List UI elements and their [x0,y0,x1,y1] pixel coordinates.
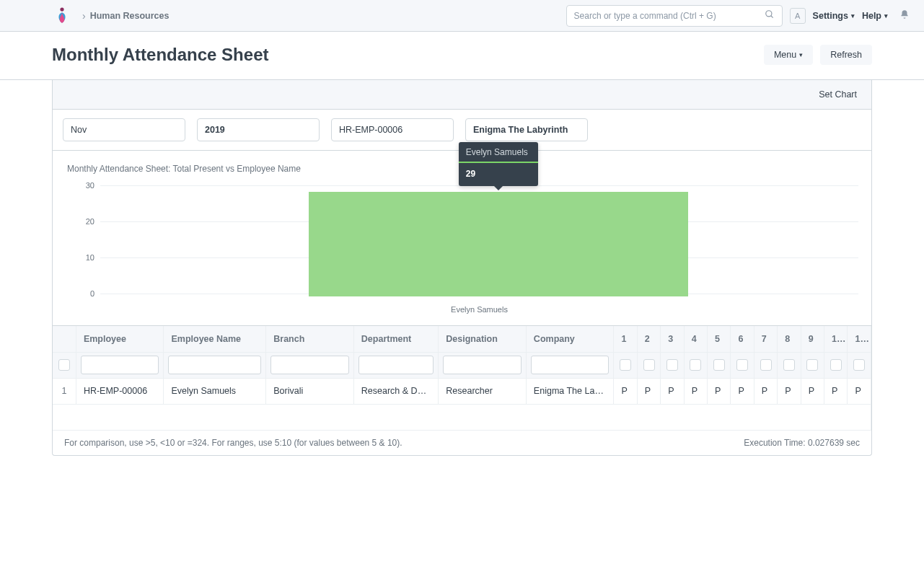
col-day[interactable]: 8 [778,326,801,352]
menu-label: Menu [774,50,796,60]
cell-day: P [708,378,731,404]
chart-toolbar: Set Chart [53,80,871,110]
search-input[interactable] [574,11,759,21]
chart-tooltip: Evelyn Samuels 29 [459,142,538,186]
filter-day-checkbox[interactable] [736,359,748,371]
filter-month[interactable]: Nov [63,118,185,141]
tooltip-label: Evelyn Samuels [459,142,538,163]
help-label: Help [862,11,881,21]
cell-employee-name: Evelyn Samuels [164,378,266,404]
col-day[interactable]: 5 [708,326,731,352]
cell-day: P [754,378,777,404]
refresh-label: Refresh [830,50,862,60]
chart-x-label: Evelyn Samuels [100,305,858,314]
cell-day: P [684,378,707,404]
search-icon [765,9,775,22]
y-tick: 20 [74,217,94,226]
col-day[interactable]: 10 [824,326,848,352]
navbar: › Human Resources A Settings ▾ Help ▾ [0,0,924,32]
filter-branch[interactable] [270,356,349,374]
set-chart-button[interactable]: Set Chart [811,86,864,103]
col-branch[interactable]: Branch [266,326,354,352]
help-menu[interactable]: Help ▾ [862,11,888,21]
report-sheet: Set Chart Nov 2019 HR-EMP-00006 Enigma T… [52,80,872,456]
cell-day: P [778,378,801,404]
col-day[interactable]: 7 [754,326,777,352]
cell-department: Research & Dev… [353,378,439,404]
cell-branch: Borivali [266,378,354,404]
filter-employee[interactable] [81,356,159,374]
col-day[interactable]: 4 [684,326,707,352]
filter-employee-name[interactable] [168,356,261,374]
chevron-right-icon: › [82,10,86,22]
filter-day-checkbox[interactable] [713,359,725,371]
settings-label: Settings [813,11,848,21]
global-search[interactable] [566,5,783,27]
page-head: Monthly Attendance Sheet Menu ▾ Refresh [0,32,924,80]
breadcrumb-link[interactable]: Human Resources [90,11,170,21]
data-grid: Employee Employee Name Branch Department… [53,325,871,431]
filter-day-checkbox[interactable] [760,359,772,371]
filter-day-checkbox[interactable] [690,359,701,371]
y-tick: 10 [74,253,94,262]
row-index: 1 [53,378,76,404]
page-title: Monthly Attendance Sheet [52,45,268,65]
y-tick: 30 [74,181,94,190]
filter-employee[interactable]: HR-EMP-00006 [331,118,454,141]
refresh-button[interactable]: Refresh [820,45,872,65]
svg-line-2 [770,16,773,18]
grid-blank-space [53,404,871,430]
filter-row [53,352,871,378]
chart-bar[interactable] [309,192,688,296]
col-day[interactable]: 3 [661,326,684,352]
filter-designation[interactable] [443,356,522,374]
col-day[interactable]: 2 [637,326,660,352]
filter-day-checkbox[interactable] [783,359,795,371]
tooltip-value: 29 [459,163,538,186]
table-row[interactable]: 1 HR-EMP-00006 Evelyn Samuels Borivali R… [53,378,871,404]
filter-day-checkbox[interactable] [853,359,865,371]
svg-point-1 [765,11,771,17]
col-employee-name[interactable]: Employee Name [164,326,266,352]
filter-company[interactable] [531,356,610,374]
col-day[interactable]: 11 [848,326,871,352]
col-day[interactable]: 1 [614,326,637,352]
cell-day: P [824,378,848,404]
col-day[interactable]: 6 [731,326,754,352]
cell-day: P [661,378,684,404]
filter-day-checkbox[interactable] [643,359,655,371]
header-row: Employee Employee Name Branch Department… [53,326,871,352]
col-index[interactable] [53,326,76,352]
settings-menu[interactable]: Settings ▾ [813,11,855,21]
select-all-checkbox[interactable] [58,359,70,371]
avatar[interactable]: A [790,8,806,24]
filter-hint: For comparison, use >5, <10 or =324. For… [64,438,402,448]
cell-day: P [731,378,754,404]
app-logo[interactable] [52,6,72,26]
col-day[interactable]: 9 [801,326,824,352]
cell-employee: HR-EMP-00006 [76,378,164,404]
filter-department[interactable] [358,356,434,374]
col-company[interactable]: Company [526,326,614,352]
y-tick: 0 [74,289,94,298]
filter-day-checkbox[interactable] [666,359,678,371]
filter-day-checkbox[interactable] [830,359,842,371]
menu-button[interactable]: Menu ▾ [764,45,813,65]
col-department[interactable]: Department [353,326,439,352]
filter-company[interactable]: Enigma The Labyrinth [465,118,588,141]
cell-day: P [801,378,824,404]
bell-icon[interactable] [899,9,910,22]
chart-plot-area: Evelyn Samuels 29 [100,185,858,296]
cell-designation: Researcher [439,378,527,404]
cell-company: Enigma The Lab… [526,378,614,404]
filter-day-checkbox[interactable] [620,359,631,371]
col-employee[interactable]: Employee [76,326,164,352]
chevron-down-icon: ▾ [851,12,855,19]
filter-year[interactable]: 2019 [197,118,320,141]
chevron-down-icon: ▾ [884,12,888,19]
chart-y-axis: 30 20 10 0 [74,181,94,296]
col-designation[interactable]: Designation [439,326,527,352]
execution-time: Execution Time: 0.027639 sec [744,438,860,448]
filter-day-checkbox[interactable] [806,359,818,371]
chart: Monthly Attendance Sheet: Total Present … [53,150,871,325]
